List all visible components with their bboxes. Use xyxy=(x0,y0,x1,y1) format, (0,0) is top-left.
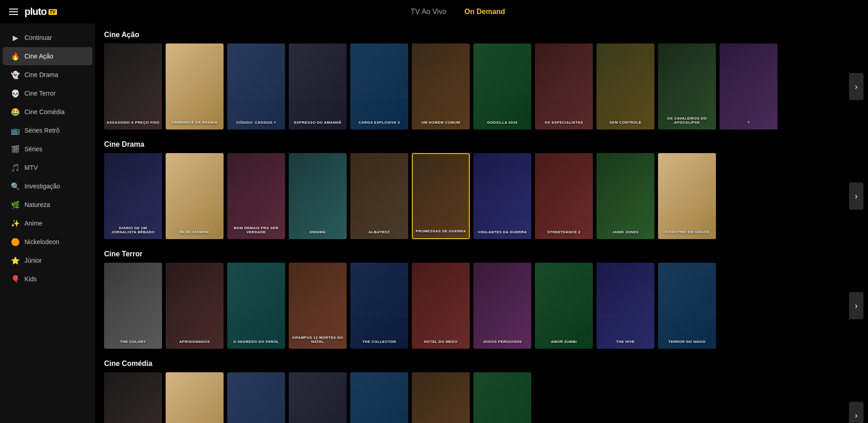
movie-card[interactable]: ENIGMA xyxy=(289,153,347,239)
section-cine-drama: Cine Drama DIÁRIO DE UM JORNALISTA BÊBAD… xyxy=(104,140,859,239)
card-inner: VIGILANTES DA GUERRA xyxy=(473,153,531,239)
card-inner: GODZILLA 2019 xyxy=(473,43,531,130)
sidebar-item-cine-comedia[interactable]: 😂 Cine Comédia xyxy=(3,103,92,121)
section-title-cine-drama: Cine Drama xyxy=(104,140,859,149)
card-inner: BLUE JASMINE xyxy=(166,153,224,239)
row-wrapper-cine-terror: THE COLONY APRISIONADOS O SEGREDO DO FAR… xyxy=(104,263,859,349)
card-inner: PROMESSAS DE GUERRA xyxy=(413,154,469,238)
kids-icon: 🎈 xyxy=(11,274,20,284)
sidebar-item-junior[interactable]: ⭐ Júnior xyxy=(3,251,92,269)
anime-icon: ✨ xyxy=(11,219,20,228)
movie-card[interactable]: BOM DEMAIS PRA SER VERDADE xyxy=(227,153,285,239)
card-inner: UM HOMEM COMUM xyxy=(412,43,470,130)
movie-card[interactable]: ALBATROZ xyxy=(350,153,408,239)
movie-card[interactable]: PROMESSAS DE GUERRA xyxy=(412,153,470,239)
sidebar-label-cine-comedia: Cine Comédia xyxy=(24,108,65,115)
movie-card[interactable]: THE HIVE xyxy=(596,263,654,349)
movie-card[interactable]: UM HOMEM COMUM xyxy=(412,43,470,130)
sidebar-item-nickelodeon[interactable]: 🟠 Nickelodeon xyxy=(3,233,92,251)
movie-card[interactable]: HOTEL DO MEDO xyxy=(412,263,470,349)
sidebar-label-kids: Kids xyxy=(24,275,37,283)
movie-card[interactable]: KRAMPUS 12 MORTES NO NATAL xyxy=(289,263,347,349)
sidebar-item-investigacao[interactable]: 🔍 Investigação xyxy=(3,177,92,195)
card-inner: CÓDIGO: CASSIUS 7 xyxy=(227,43,285,130)
section-cine-terror: Cine Terror THE COLONY APRISIONADOS O SE… xyxy=(104,250,859,349)
movie-card[interactable]: VIGILANTES DA GUERRA xyxy=(473,153,531,239)
sidebar-item-cine-acao[interactable]: 🔥 Cine Ação xyxy=(3,47,92,65)
movie-card[interactable]: FILME 5 xyxy=(350,372,408,423)
card-inner: EXPRESSO DO AMANHÃ xyxy=(289,43,347,130)
card-inner: CARGA EXPLOSIVA 3 xyxy=(350,43,408,130)
movie-card[interactable]: TERROR NO NAVIO xyxy=(658,263,716,349)
card-inner: FILME 5 xyxy=(350,372,408,423)
sidebar-item-series-retro[interactable]: 📺 Séries Retrô xyxy=(3,121,92,139)
sidebar-item-continuar[interactable]: ▶ Continuar xyxy=(3,29,92,47)
card-inner: FILME 1 xyxy=(104,372,162,423)
movie-card[interactable]: APRISIONADOS xyxy=(166,263,224,349)
cine-comedia-icon: 😂 xyxy=(11,107,20,116)
movie-card[interactable]: JOGOS PERIGOSOS xyxy=(473,263,531,349)
card-inner: ENIGMA xyxy=(289,153,347,239)
sidebar-label-mtv: MTV xyxy=(24,164,38,171)
card-inner: HOTEL DO MEDO xyxy=(412,263,470,349)
movie-card[interactable]: THE COLONY xyxy=(104,263,162,349)
sidebar-label-natureza: Natureza xyxy=(24,201,50,208)
sidebar-item-natureza[interactable]: 🌿 Natureza xyxy=(3,196,92,214)
sidebar-label-nickelodeon: Nickelodeon xyxy=(24,238,59,245)
sidebar-item-cine-drama[interactable]: 👻 Cine Drama xyxy=(3,66,92,84)
movie-card[interactable]: FILME 1 xyxy=(104,372,162,423)
series-icon: 🎬 xyxy=(11,144,20,154)
sidebar-label-anime: Anime xyxy=(24,220,43,227)
layout: ▶ Continuar 🔥 Cine Ação 👻 Cine Drama 💀 C… xyxy=(0,24,868,423)
card-inner: OS ESPECIALISTAS xyxy=(535,43,593,130)
hamburger-button[interactable] xyxy=(9,9,18,15)
mtv-icon: 🎵 xyxy=(11,163,20,172)
movie-card[interactable]: THE COLLECTOR xyxy=(350,263,408,349)
movie-card[interactable]: OS MEUS DUPLOS, A MINHA MULHER E EU xyxy=(289,372,347,423)
movie-row-cine-comedia: FILME 1 FILME 2 FILME 3 OS MEUS DUPLOS, … xyxy=(104,372,859,423)
movie-card[interactable]: GODZILLA 2019 xyxy=(473,43,531,130)
investigacao-icon: 🔍 xyxy=(11,182,20,191)
movie-card[interactable]: OS ESPECIALISTAS xyxy=(535,43,593,130)
next-button-cine-acao[interactable]: › xyxy=(849,73,863,100)
movie-card[interactable]: OS CAVALEIROS DO APOCALIPSE xyxy=(658,43,716,130)
sidebar-item-kids[interactable]: 🎈 Kids xyxy=(3,270,92,288)
movie-card[interactable]: FILME 2 xyxy=(166,372,224,423)
movie-card[interactable]: JANIE JONES xyxy=(596,153,654,239)
logo: pluto TV xyxy=(24,6,57,18)
cine-terror-icon: 💀 xyxy=(11,89,20,98)
nav-on-demand[interactable]: On Demand xyxy=(464,8,505,16)
movie-card[interactable]: EXPRESSO DO AMANHÃ xyxy=(289,43,347,130)
movie-card[interactable]: SEM CONTROLE xyxy=(596,43,654,130)
movie-card[interactable]: FILME 7 xyxy=(473,372,531,423)
movie-card[interactable]: BLUE JASMINE xyxy=(166,153,224,239)
card-inner: DIÁRIO DE UM JORNALISTA BÊBADO xyxy=(104,153,162,239)
section-title-cine-acao: Cine Ação xyxy=(104,31,859,39)
next-button-cine-terror[interactable]: › xyxy=(849,292,863,319)
movie-card[interactable]: O DESTINO DE GRACE xyxy=(658,153,716,239)
movie-row-cine-acao: ASSASSINO A PREÇO FIXO LAWRENCE DA ARÁBI… xyxy=(104,43,859,130)
sidebar-item-series[interactable]: 🎬 Séries xyxy=(3,140,92,158)
nav-tv-ao-vivo[interactable]: TV Ao Vivo xyxy=(410,8,446,16)
sidebar-label-cine-drama: Cine Drama xyxy=(24,71,58,78)
next-button-cine-comedia[interactable]: › xyxy=(849,402,863,423)
sidebar-item-anime[interactable]: ✨ Anime xyxy=(3,214,92,232)
next-button-cine-drama[interactable]: › xyxy=(849,183,863,210)
card-inner: O DESTINO DE GRACE xyxy=(658,153,716,239)
movie-card[interactable]: DIÁRIO DE UM JORNALISTA BÊBADO xyxy=(104,153,162,239)
movie-card[interactable]: FILME 3 xyxy=(227,372,285,423)
movie-card[interactable]: CARGA EXPLOSIVA 3 xyxy=(350,43,408,130)
sidebar-item-cine-terror[interactable]: 💀 Cine Terror xyxy=(3,84,92,102)
movie-card[interactable]: O SEGREDO DO FAROL xyxy=(227,263,285,349)
sidebar-label-cine-terror: Cine Terror xyxy=(24,90,56,97)
movie-card[interactable]: AMOR ZUMBI xyxy=(535,263,593,349)
movie-card[interactable]: ASSASSINO A PREÇO FIXO xyxy=(104,43,162,130)
sidebar-item-mtv[interactable]: 🎵 MTV xyxy=(3,159,92,177)
movie-card[interactable]: ? xyxy=(720,43,777,130)
movie-card[interactable]: STREETDANCE 2 xyxy=(535,153,593,239)
sidebar-label-investigacao: Investigação xyxy=(24,183,60,190)
movie-card[interactable]: MINHAS MÃES xyxy=(412,372,470,423)
header: pluto TV TV Ao Vivo On Demand xyxy=(0,0,868,24)
movie-card[interactable]: LAWRENCE DA ARÁBIA xyxy=(166,43,224,130)
movie-card[interactable]: CÓDIGO: CASSIUS 7 xyxy=(227,43,285,130)
